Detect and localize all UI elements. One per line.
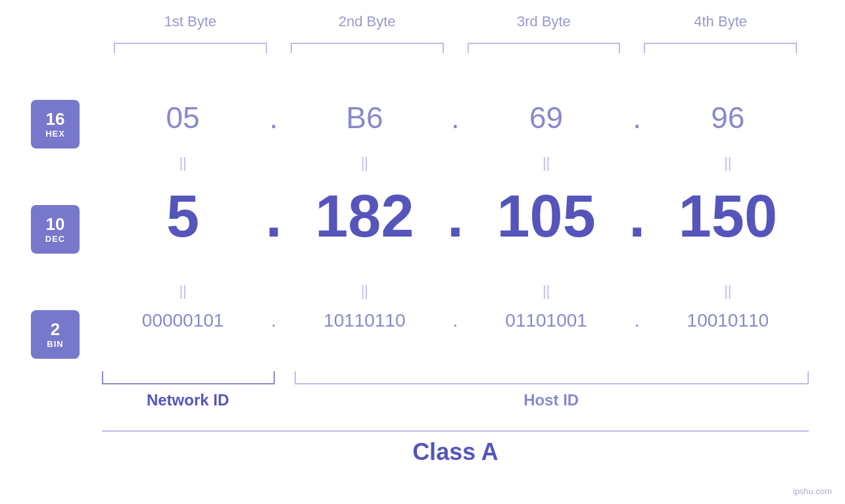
dec-dot-2: . (446, 183, 466, 250)
bracket-network (102, 371, 275, 384)
bin-row: 00000101 . 10110110 . 01101001 . 1001011… (102, 310, 809, 331)
bin-byte-4: 10010110 (647, 310, 809, 331)
hex-byte-3: 69 (466, 100, 627, 135)
byte-label-3: 3rd Byte (456, 13, 633, 30)
dec-dot-1: . (264, 183, 283, 250)
top-brackets (102, 43, 809, 53)
bracket-host (295, 371, 809, 384)
eq2-b3: || (466, 283, 627, 300)
class-line (102, 430, 809, 432)
hex-badge-label: HEX (45, 129, 65, 139)
dec-byte-2: 182 (283, 183, 445, 250)
class-row: Class A (102, 430, 809, 466)
dec-dot-3: . (627, 183, 647, 250)
bin-badge-num: 2 (51, 320, 60, 339)
dec-badge-num: 10 (46, 215, 65, 234)
byte-label-4: 4th Byte (632, 13, 809, 30)
main-container: 16 HEX 10 DEC 2 BIN 1st Byte 2nd Byte 3r… (0, 0, 845, 504)
dec-byte-1: 5 (102, 183, 264, 250)
class-label: Class A (102, 438, 809, 466)
bin-dot-2: . (446, 310, 466, 331)
watermark: ipshu.com (793, 486, 832, 496)
bracket-top-2 (291, 43, 444, 53)
eq2-b2: || (283, 283, 445, 300)
bin-badge: 2 BIN (31, 310, 80, 359)
id-labels: Network ID Host ID (102, 391, 809, 409)
dec-badge-label: DEC (45, 234, 65, 244)
bracket-sep (275, 371, 295, 384)
bin-byte-3: 01101001 (466, 310, 627, 331)
eq2-b1: || (102, 283, 264, 300)
dec-byte-3: 105 (466, 183, 627, 250)
eq1-b1: || (102, 154, 264, 172)
hex-byte-1: 05 (102, 100, 264, 135)
bin-byte-2: 10110110 (283, 310, 445, 331)
byte-label-2: 2nd Byte (279, 13, 456, 30)
network-id-label: Network ID (102, 391, 274, 409)
hex-dot-3: . (627, 100, 647, 135)
bracket-top-1 (114, 43, 267, 53)
bracket-top-4 (644, 43, 797, 53)
bin-badge-label: BIN (47, 339, 63, 349)
eq2-b4: || (647, 283, 809, 300)
host-id-label: Host ID (293, 391, 809, 409)
bin-byte-1: 00000101 (102, 310, 264, 331)
dec-byte-4: 150 (647, 183, 809, 250)
host-id-spacer (274, 391, 293, 409)
eq1-b4: || (647, 154, 809, 172)
byte-labels-row: 1st Byte 2nd Byte 3rd Byte 4th Byte (102, 13, 809, 30)
bin-dot-1: . (264, 310, 283, 331)
bin-dot-3: . (627, 310, 647, 331)
equals-row-2: || || || || (102, 283, 809, 300)
eq1-b3: || (466, 154, 627, 172)
byte-label-1: 1st Byte (102, 13, 279, 30)
hex-badge-num: 16 (46, 110, 65, 129)
dec-badge: 10 DEC (31, 205, 80, 254)
hex-badge: 16 HEX (31, 100, 80, 149)
hex-byte-4: 96 (647, 100, 809, 135)
eq1-b2: || (283, 154, 445, 172)
hex-byte-2: B6 (283, 100, 445, 135)
hex-dot-2: . (446, 100, 466, 135)
dec-row: 5 . 182 . 105 . 150 (102, 183, 809, 250)
hex-row: 05 . B6 . 69 . 96 (102, 100, 809, 135)
hex-dot-1: . (264, 100, 283, 135)
bottom-brackets (102, 371, 809, 384)
bracket-top-3 (468, 43, 621, 53)
equals-row-1: || || || || (102, 154, 809, 172)
